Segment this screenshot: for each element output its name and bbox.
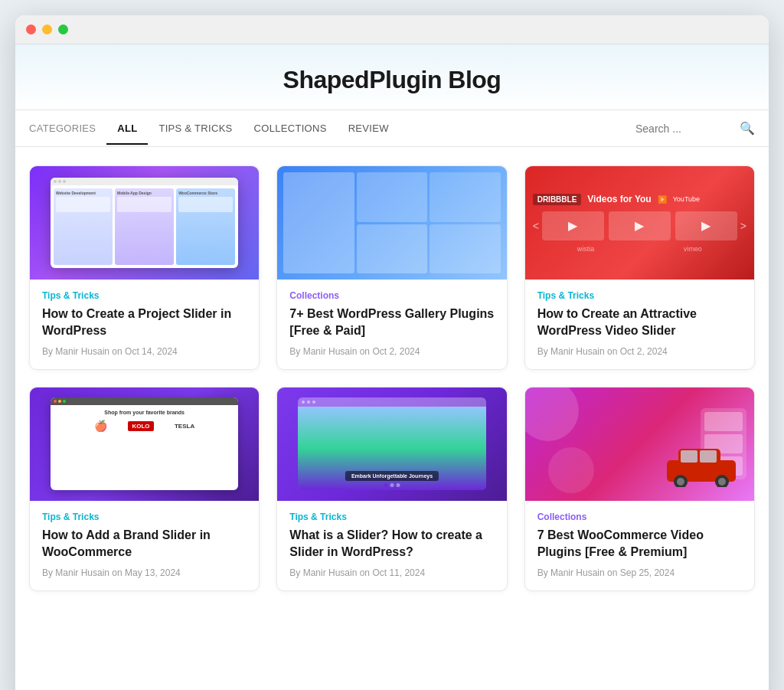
card-2-body: Collections 7+ Best WordPress Gallery Pl… bbox=[277, 280, 506, 369]
card-1-image: Website Development Mobile App Design Wo… bbox=[30, 166, 259, 280]
card-5[interactable]: Embark Unforgettable Journeys Tips & Tri… bbox=[276, 387, 507, 591]
card-6-title: 7 Best WooCommerce Video Plugins [Free &… bbox=[537, 527, 742, 561]
card-5-meta: By Manir Husain on Oct 11, 2024 bbox=[289, 567, 494, 578]
page-title: ShapedPlugin Blog bbox=[15, 66, 769, 94]
card-2-title: 7+ Best WordPress Gallery Plugins [Free … bbox=[289, 306, 494, 340]
card-4-image: Shop from your favorite brands ◀ 🍎 KOLO … bbox=[30, 388, 259, 501]
navigation-bar: CATEGORIES ALL TIPS & TRICKS COLLECTIONS… bbox=[15, 110, 769, 147]
card-5-category: Tips & Tricks bbox=[289, 512, 494, 522]
card-1-body: Tips & Tricks How to Create a Project Sl… bbox=[30, 280, 259, 369]
card-4-title: How to Add a Brand Slider in WooCommerce bbox=[42, 527, 247, 561]
close-button[interactable] bbox=[26, 25, 36, 34]
nav-items: CATEGORIES ALL TIPS & TRICKS COLLECTIONS… bbox=[29, 112, 635, 145]
svg-rect-3 bbox=[700, 450, 717, 463]
card-2-image bbox=[277, 166, 506, 280]
card-4-body: Tips & Tricks How to Add a Brand Slider … bbox=[30, 501, 259, 590]
card-2[interactable]: Collections 7+ Best WordPress Gallery Pl… bbox=[276, 165, 507, 370]
search-icon[interactable]: 🔍 bbox=[740, 121, 755, 136]
card-3[interactable]: DRIBBBLE Videos for You ▶️ YouTube < ▶ ▶… bbox=[524, 165, 755, 370]
svg-point-5 bbox=[677, 478, 684, 486]
gallery-mockup bbox=[277, 166, 506, 280]
card-6-meta: By Manir Husain on Sep 25, 2024 bbox=[537, 567, 742, 578]
svg-rect-2 bbox=[681, 450, 697, 463]
card-5-title: What is a Slider? How to create a Slider… bbox=[289, 527, 494, 561]
card-3-title: How to Create an Attractive WordPress Vi… bbox=[537, 306, 742, 340]
card-4-category: Tips & Tricks bbox=[42, 512, 247, 522]
nav-item-all[interactable]: ALL bbox=[106, 112, 148, 145]
nav-item-tips[interactable]: TIPS & TRICKS bbox=[148, 112, 243, 145]
card-3-body: Tips & Tricks How to Create an Attractiv… bbox=[525, 280, 754, 369]
nav-item-review[interactable]: REVIEW bbox=[338, 112, 400, 145]
card-2-meta: By Manir Husain on Oct 2, 2024 bbox=[289, 346, 494, 357]
card-3-category: Tips & Tricks bbox=[537, 290, 742, 301]
search-input[interactable] bbox=[635, 123, 735, 135]
product-mockup bbox=[525, 388, 754, 501]
card-6-category: Collections bbox=[537, 512, 742, 522]
search-area: 🔍 bbox=[635, 121, 755, 136]
cards-grid: Website Development Mobile App Design Wo… bbox=[29, 165, 755, 591]
card-1-title: How to Create a Project Slider in WordPr… bbox=[42, 306, 247, 340]
card-1-category: Tips & Tricks bbox=[42, 290, 247, 301]
browser-window: ShapedPlugin Blog CATEGORIES ALL TIPS & … bbox=[15, 15, 769, 690]
nav-item-collections[interactable]: COLLECTIONS bbox=[243, 112, 338, 145]
video-mockup: DRIBBBLE Videos for You ▶️ YouTube < ▶ ▶… bbox=[525, 166, 754, 280]
card-1-meta: By Manir Husain on Oct 14, 2024 bbox=[42, 346, 247, 357]
card-5-body: Tips & Tricks What is a Slider? How to c… bbox=[277, 501, 506, 590]
card-3-meta: By Manir Husain on Oct 2, 2024 bbox=[537, 346, 742, 357]
card-2-category: Collections bbox=[289, 290, 494, 301]
titlebar bbox=[15, 15, 769, 44]
card-6[interactable]: Collections 7 Best WooCommerce Video Plu… bbox=[524, 387, 755, 591]
card-1[interactable]: Website Development Mobile App Design Wo… bbox=[29, 165, 260, 370]
card-3-image: DRIBBBLE Videos for You ▶️ YouTube < ▶ ▶… bbox=[525, 166, 754, 280]
minimize-button[interactable] bbox=[42, 25, 52, 34]
card-4-meta: By Manir Husain on May 13, 2024 bbox=[42, 567, 247, 578]
card-6-body: Collections 7 Best WooCommerce Video Plu… bbox=[525, 501, 754, 590]
card-6-image bbox=[525, 388, 754, 501]
nav-categories-label: CATEGORIES bbox=[29, 112, 106, 145]
blog-content: Website Development Mobile App Design Wo… bbox=[15, 147, 769, 614]
svg-point-7 bbox=[718, 478, 726, 486]
page-header: ShapedPlugin Blog bbox=[15, 44, 769, 110]
card-5-image: Embark Unforgettable Journeys bbox=[277, 388, 506, 501]
card-4[interactable]: Shop from your favorite brands ◀ 🍎 KOLO … bbox=[29, 387, 260, 591]
maximize-button[interactable] bbox=[58, 25, 68, 34]
